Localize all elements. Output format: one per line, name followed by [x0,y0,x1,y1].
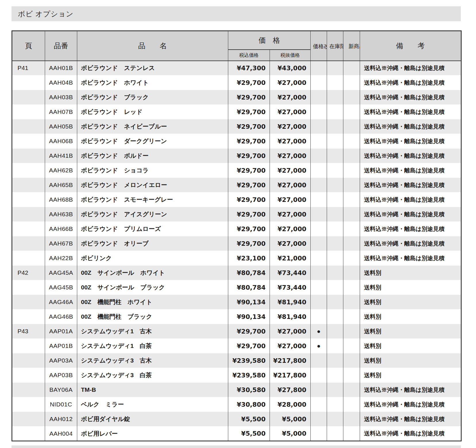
cell-page [12,134,45,149]
price-revision-label: 価格改定 [313,43,324,50]
cell-new-product [343,397,360,412]
table-row: AAH41Bボビラウンド ボルドー¥29,700¥27,000送料込※沖縄・離島… [12,149,461,163]
header-row-1: 頁 品番 品 名 価 格 価格改定 在庫限り 新商品 備 考 [12,31,461,50]
cell-price-incl: ¥29,700 [228,178,270,192]
cell-price-incl: ¥80,784 [228,266,270,280]
cell-new-product [343,426,360,441]
cell-price-revision [311,280,327,295]
cell-new-product [343,134,360,149]
cell-price-revision [311,309,327,324]
cell-page [12,368,45,383]
new-product-label: 新商品 [349,43,355,49]
next-section-bar-partial [11,445,461,448]
cell-page [12,309,45,324]
cell-stock-limited [327,397,343,412]
cell-price-incl: ¥30,800 [228,397,270,412]
cell-price-incl: ¥29,700 [228,222,270,236]
cell-price-excl: ¥21,000 [270,251,311,266]
cell-price-revision [311,105,327,119]
cell-price-incl: ¥239,580 [228,368,270,383]
cell-remarks: 送料別 [360,324,461,339]
cell-page [12,178,45,192]
cell-price-excl: ¥27,000 [270,178,311,192]
cell-remarks: 送料別 [360,368,461,383]
cell-price-excl: ¥73,440 [270,280,311,295]
cell-code: AAH07B [45,105,77,119]
cell-remarks: 送料込※沖縄・離島は別途見積 [360,105,461,119]
cell-remarks: 送料別 [360,266,461,280]
cell-remarks: 送料込※沖縄・離島は別途見積 [360,207,461,222]
cell-new-product [343,163,360,178]
cell-price-revision [311,236,327,251]
cell-name: システムウッディ1 古木 [77,324,228,339]
cell-price-revision [311,163,327,178]
cell-page [12,426,45,441]
cell-code: AAP01B [45,339,77,353]
cell-name: ボビラウンド スモーキーグレー [77,192,228,207]
stock-limited-label: 在庫限り [329,43,341,50]
table-row: NID01Cベルク ミラー¥30,800¥28,000送料込※沖縄・離島は別途見… [12,397,461,412]
cell-name: ボビラウンド ネイビーブルー [77,119,228,134]
cell-page [12,295,45,309]
table-row: AAG45B00Z サインポール ブラック¥80,784¥73,440送料別 [12,280,461,295]
cell-price-excl: ¥5,000 [270,412,311,426]
cell-price-revision [311,222,327,236]
cell-code: AAG46A [45,295,77,309]
col-header-stock-limited: 在庫限り [327,31,343,61]
cell-price-revision: ● [311,339,327,353]
cell-price-revision [311,134,327,149]
cell-remarks: 送料別 [360,295,461,309]
cell-stock-limited [327,353,343,368]
section-title-bar: ボビ オプション [11,6,461,21]
cell-stock-limited [327,119,343,134]
cell-page [12,163,45,178]
cell-remarks: 送料込※沖縄・離島は別途見積 [360,61,461,75]
cell-price-excl: ¥27,000 [270,163,311,178]
cell-new-product [343,295,360,309]
cell-remarks: 送料込※沖縄・離島は別途見積 [360,192,461,207]
cell-page [12,192,45,207]
table-row: AAH22Bボビリンク¥23,100¥21,000送料込※沖縄・離島は別途見積 [12,251,461,266]
cell-page: P43 [12,324,45,339]
cell-price-excl: ¥27,800 [270,383,311,397]
cell-code: AAH06B [45,134,77,149]
cell-new-product [343,236,360,251]
cell-price-incl: ¥29,700 [228,105,270,119]
cell-remarks: 送料込※沖縄・離島は別途見積 [360,412,461,426]
cell-price-incl: ¥29,700 [228,163,270,178]
cell-stock-limited [327,178,343,192]
col-header-price-revision: 価格改定 [311,31,327,61]
cell-name: 00Z サインポール ホワイト [77,266,228,280]
cell-new-product [343,192,360,207]
cell-price-excl: ¥217,800 [270,353,311,368]
cell-remarks: 送料込※沖縄・離島は別途見積 [360,178,461,192]
cell-remarks: 送料込※沖縄・離島は別途見積 [360,90,461,105]
cell-name: ボビラウンド ホワイト [77,75,228,90]
cell-code: AAH012 [45,412,77,426]
cell-price-incl: ¥29,700 [228,339,270,353]
cell-price-incl: ¥29,700 [228,134,270,149]
cell-name: 00Z 機能門柱 ホワイト [77,295,228,309]
cell-code: AAG45B [45,280,77,295]
cell-code: AAH41B [45,149,77,163]
cell-new-product [343,353,360,368]
cell-price-revision [311,75,327,90]
cell-new-product [343,207,360,222]
cell-new-product [343,324,360,339]
cell-price-incl: ¥5,500 [228,412,270,426]
cell-name: ボビラウンド ステンレス [77,61,228,75]
cell-code: AAG45A [45,266,77,280]
table-row: P41AAH01Bボビラウンド ステンレス¥47,300¥43,000送料込※沖… [12,61,461,75]
cell-page: P41 [12,61,45,75]
cell-price-incl: ¥23,100 [228,251,270,266]
table-row: AAH65Bボビラウンド メロンイエロー¥29,700¥27,000送料込※沖縄… [12,178,461,192]
cell-new-product [343,251,360,266]
cell-page [12,119,45,134]
cell-price-excl: ¥27,000 [270,119,311,134]
cell-price-excl: ¥27,000 [270,222,311,236]
cell-price-incl: ¥5,500 [228,426,270,441]
cell-code: AAP01A [45,324,77,339]
cell-page [12,339,45,353]
cell-code: AAH03B [45,90,77,105]
cell-remarks: 送料込※沖縄・離島は別途見積 [360,397,461,412]
